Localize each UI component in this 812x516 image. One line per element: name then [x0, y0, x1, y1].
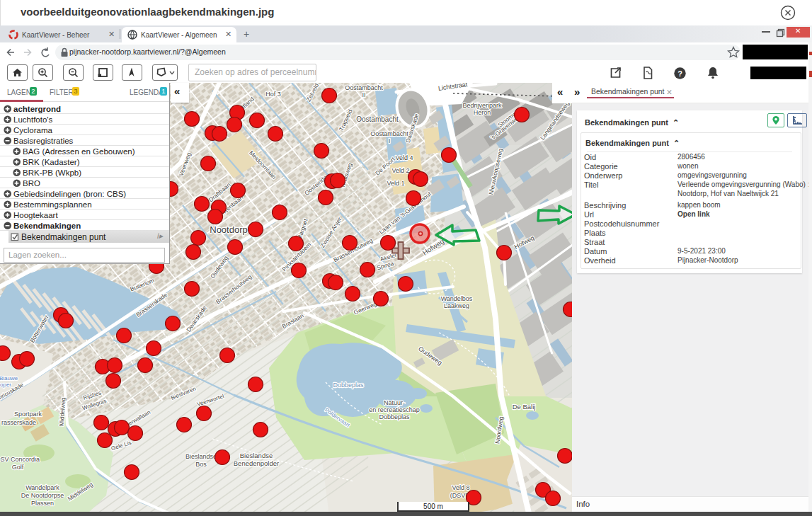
svg-text:Dobbeplas: Dobbeplas: [333, 382, 364, 389]
svg-text:I: I: [389, 137, 391, 144]
svg-text:Sportpark: Sportpark: [14, 411, 42, 418]
svg-text:Veld 2: Veld 2: [391, 167, 409, 174]
svg-text:Veld 1: Veld 1: [387, 180, 404, 187]
svg-text:Bos: Bos: [195, 461, 207, 468]
svg-text:Bieslandse: Bieslandse: [185, 453, 217, 460]
svg-text:Blauwe: Blauwe: [0, 375, 18, 382]
svg-text:Plassen: Plassen: [31, 500, 54, 507]
svg-text:DSV Concordia: DSV Concordia: [0, 456, 40, 463]
svg-text:Wandelbos: Wandelbos: [441, 295, 473, 302]
svg-text:Bieslandse: Bieslandse: [240, 452, 273, 459]
svg-text:?: ?: [677, 69, 682, 78]
svg-text:Oostambacht: Oostambacht: [370, 130, 408, 137]
svg-text:Heron: Heron: [474, 109, 491, 116]
svg-text:II: II: [362, 91, 365, 98]
svg-text:rasserskade: rasserskade: [1, 419, 36, 426]
svg-text:Benedenpolder: Benedenpolder: [234, 459, 279, 467]
svg-text:Golf: Golf: [12, 464, 24, 471]
svg-text:Natuur-: Natuur-: [384, 399, 405, 406]
svg-text:Wandelpark: Wandelpark: [25, 484, 59, 491]
svg-text:Veld 8: Veld 8: [452, 484, 469, 491]
svg-text:Laakweg: Laakweg: [444, 302, 469, 309]
svg-text:Veld 4: Veld 4: [395, 154, 413, 161]
svg-text:en recreatieschap: en recreatieschap: [369, 406, 420, 413]
svg-text:500 m: 500 m: [423, 503, 443, 510]
svg-text:oper: oper: [0, 382, 11, 388]
svg-text:Oostambacht: Oostambacht: [345, 84, 383, 91]
svg-text:Oostambacht: Oostambacht: [356, 115, 399, 123]
svg-text:Bedrijvenpark: Bedrijvenpark: [462, 102, 502, 109]
svg-text:Nootdorp: Nootdorp: [210, 224, 247, 235]
svg-text:De Balij: De Balij: [513, 403, 536, 411]
svg-text:De Nootdorpse: De Nootdorpse: [21, 492, 64, 499]
svg-text:Dobbeplas: Dobbeplas: [379, 413, 410, 420]
svg-text:Hof 3: Hof 3: [265, 91, 281, 98]
